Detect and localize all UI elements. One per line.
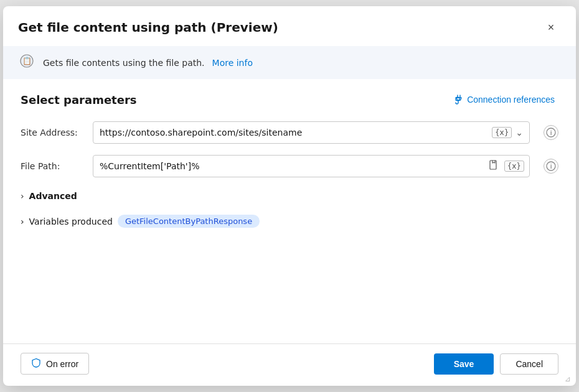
variables-chevron-icon: › <box>21 217 24 226</box>
dialog: Get file content using path (Preview) × … <box>3 6 576 386</box>
site-address-info-button[interactable]: i <box>544 125 558 140</box>
svg-text:i: i <box>550 163 552 170</box>
site-address-label: Site Address: <box>21 128 83 138</box>
site-address-input-wrap[interactable]: https://contoso.sharepoint.com/sites/sit… <box>93 121 530 144</box>
file-info-icon: 📋 <box>18 54 35 72</box>
info-banner-text: Gets file contents using the file path. <box>43 58 205 68</box>
site-address-row: Site Address: https://contoso.sharepoint… <box>21 121 558 144</box>
file-path-value: %CurrentItem['Path']% <box>100 161 486 171</box>
plug-icon <box>452 94 463 105</box>
advanced-section[interactable]: › Advanced <box>21 189 558 203</box>
connection-references-button[interactable]: Connection references <box>448 91 558 108</box>
dialog-title: Get file content using path (Preview) <box>18 20 278 35</box>
section-header-row: Select parameters Connection references <box>21 91 558 108</box>
site-address-value: https://contoso.sharepoint.com/sites/sit… <box>100 128 487 138</box>
variables-produced-row: › Variables produced GetFileContentByPat… <box>21 212 558 230</box>
variables-label: Variables produced <box>29 217 113 226</box>
advanced-label: Advanced <box>29 191 77 201</box>
file-path-info-button[interactable]: i <box>544 159 558 174</box>
connection-ref-label: Connection references <box>467 95 555 105</box>
on-error-label: On error <box>46 359 78 369</box>
shield-icon <box>31 358 41 370</box>
save-button[interactable]: Save <box>434 353 494 375</box>
file-path-row: File Path: %CurrentItem['Path']% {x} i <box>21 155 558 177</box>
dialog-body: Select parameters Connection references … <box>3 79 576 343</box>
resize-handle[interactable]: ⊿ <box>565 375 573 383</box>
site-address-chevron-icon[interactable]: ⌄ <box>514 128 524 138</box>
on-error-button[interactable]: On error <box>21 353 89 375</box>
footer-actions: Save Cancel <box>434 353 558 375</box>
svg-text:📋: 📋 <box>22 56 32 65</box>
svg-text:i: i <box>550 129 552 136</box>
section-title: Select parameters <box>21 93 137 106</box>
more-info-link[interactable]: More info <box>212 58 253 68</box>
file-path-input-wrap[interactable]: %CurrentItem['Path']% {x} <box>93 155 530 177</box>
cancel-button[interactable]: Cancel <box>500 353 558 375</box>
site-address-badge[interactable]: {x} <box>492 127 512 138</box>
dialog-footer: On error Save Cancel <box>3 343 576 386</box>
dialog-header: Get file content using path (Preview) × <box>3 6 576 46</box>
info-banner: 📋 Gets file contents using the file path… <box>3 46 576 79</box>
file-path-badge[interactable]: {x} <box>504 161 524 172</box>
file-browse-icon[interactable] <box>488 159 499 173</box>
advanced-chevron-icon: › <box>21 191 24 201</box>
close-button[interactable]: × <box>541 17 561 37</box>
variable-badge[interactable]: GetFileContentByPathResponse <box>118 215 260 228</box>
file-path-label: File Path: <box>21 161 83 171</box>
